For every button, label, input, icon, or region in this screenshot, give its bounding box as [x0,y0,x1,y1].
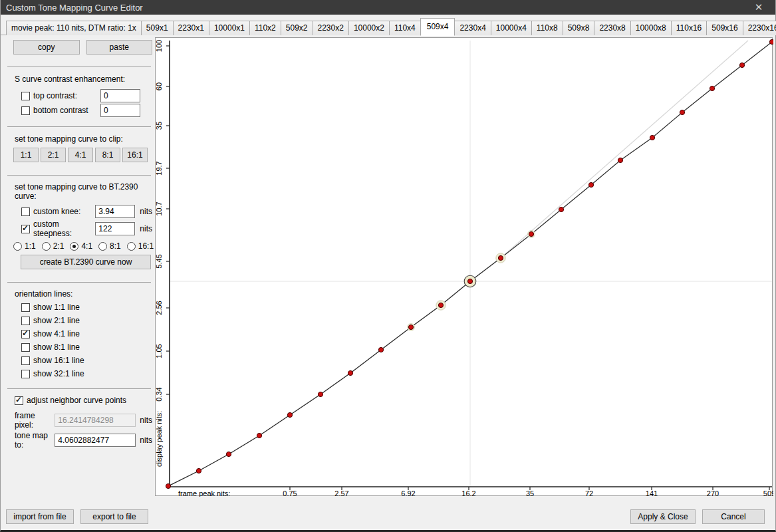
tab-2230x4[interactable]: 2230x4 [454,21,491,35]
import-from-file-button[interactable]: import from file [6,509,74,524]
clip-button-8:1[interactable]: 8:1 [95,148,120,162]
checkbox-show-2-1-line[interactable] [21,317,30,325]
tab-2230x1[interactable]: 2230x1 [173,21,209,35]
curve-point-18[interactable] [710,86,714,90]
checkbox-show-8-1-line[interactable] [21,343,30,352]
curve-point-12[interactable] [529,231,533,236]
close-icon[interactable]: ✕ [749,0,769,15]
checkbox-show-32-1-line[interactable] [21,370,30,378]
checkbox-label: show 4:1 line [33,329,80,338]
tab-2230x8[interactable]: 2230x8 [594,21,630,35]
y-tick-label: 5.45 [156,254,163,268]
bottom-contrast-label: bottom contrast [33,106,97,115]
tab-110x8[interactable]: 110x8 [531,21,563,35]
tab-110x2[interactable]: 110x2 [249,21,281,35]
copy-button[interactable]: copy [13,40,80,55]
tab-2230x2[interactable]: 2230x2 [313,21,349,35]
y-tick-label: 100 [156,40,163,52]
tab-509x16[interactable]: 509x16 [706,21,743,35]
bottom-contrast-input[interactable] [100,104,140,117]
curve-point-14[interactable] [588,182,593,187]
x-tick-label: 509 [763,489,773,497]
ratio-radio-1:1[interactable] [13,242,22,251]
bottom-contrast-checkbox[interactable] [21,106,30,115]
tone-map-input[interactable] [55,434,136,447]
y-tick-label: 35 [156,122,163,130]
tab-10000x2[interactable]: 10000x2 [348,21,390,35]
clip-button-4:1[interactable]: 4:1 [68,148,93,162]
ratio-label: 2:1 [53,241,65,251]
export-to-file-button[interactable]: export to file [80,509,148,524]
tab-2230x16[interactable]: 2230x16 [743,21,776,35]
title-bar[interactable]: Custom Tone Mapping Curve Editor ✕ [1,0,775,15]
curve-point-16[interactable] [650,135,654,140]
curve-point-17[interactable] [680,110,684,114]
curve-point-20[interactable] [769,39,773,44]
checkbox-label: show 2:1 line [33,316,80,325]
checkbox-show-1-1-line[interactable] [21,303,30,312]
checkbox-label: show 32:1 line [33,369,84,378]
tab-509x8[interactable]: 509x8 [563,21,595,35]
custom-knee-input[interactable] [95,205,135,218]
clip-button-2:1[interactable]: 2:1 [41,148,66,162]
curve-point-6[interactable] [348,370,352,375]
checkbox-show-4-1-line[interactable] [21,330,30,338]
curve-point-0[interactable] [166,483,170,488]
orientation-4to1-line [168,41,748,486]
checkbox-show-16-1-line[interactable] [21,356,30,365]
tab-110x16[interactable]: 110x16 [671,21,707,35]
custom-steepness-checkbox[interactable] [21,225,30,233]
tab-509x4[interactable]: 509x4 [420,18,455,36]
ratio-radio-8:1[interactable] [98,242,107,251]
curve-point-5[interactable] [318,392,323,396]
curve-point-13[interactable] [559,207,563,211]
ratio-radio-16:1[interactable] [127,242,136,251]
frame-pixel-input [55,414,136,427]
cancel-button[interactable]: Cancel [702,509,765,524]
tone-curve-chart[interactable]: 0.752.576.9216.235721412705090.341.052.5… [155,37,773,496]
top-contrast-input[interactable] [100,89,140,102]
separator [7,66,151,66]
curve-point-3[interactable] [257,433,261,438]
ratio-radio-4:1[interactable] [70,242,78,251]
curve-point-11[interactable] [498,255,503,260]
separator [7,282,151,283]
clip-button-16:1[interactable]: 16:1 [122,148,148,162]
y-tick-label: 1.05 [156,344,163,358]
y-tick-label: 10.7 [156,201,163,215]
ratio-label: 4:1 [81,241,92,251]
curve-point-10[interactable] [467,279,472,283]
paste-button[interactable]: paste [86,40,153,55]
clip-button-1:1[interactable]: 1:1 [13,148,39,162]
custom-steepness-unit: nits [140,224,152,233]
checkbox-label: show 16:1 line [33,356,84,365]
tab-509x2[interactable]: 509x2 [281,21,313,35]
dialog-window: Custom Tone Mapping Curve Editor ✕ movie… [0,0,776,532]
custom-knee-label: custom knee: [33,207,92,216]
chart-svg: 0.752.576.9216.235721412705090.341.052.5… [156,38,773,497]
custom-steepness-input[interactable] [95,222,135,235]
top-contrast-checkbox[interactable] [21,92,30,100]
tab-110x4[interactable]: 110x4 [389,21,421,35]
apply-close-button[interactable]: Apply & Close [630,509,696,524]
create-bt2390-button[interactable]: create BT.2390 curve now [21,255,151,269]
curve-point-8[interactable] [408,325,413,329]
curve-point-9[interactable] [438,303,443,307]
ratio-radio-2:1[interactable] [42,242,51,251]
custom-knee-checkbox[interactable] [21,207,30,216]
tab-10000x8[interactable]: 10000x8 [630,21,672,35]
tone-map-label: tone map to: [15,431,52,450]
tab-509x1[interactable]: 509x1 [141,21,174,35]
curve-point-19[interactable] [739,63,744,67]
tab-10000x1[interactable]: 10000x1 [209,21,250,35]
curve-point-1[interactable] [196,468,201,473]
curve-point-4[interactable] [287,412,292,417]
x-tick-label: 16.2 [461,489,475,497]
tab-movie-peak-info[interactable]: movie peak: 110 nits, DTM ratio: 1x [6,21,142,35]
curve-point-15[interactable] [618,158,622,162]
curve-point-2[interactable] [226,452,231,456]
tab-10000x4[interactable]: 10000x4 [491,21,532,35]
adjust-neighbor-checkbox[interactable] [15,396,23,405]
x-tick-label: 35 [526,489,534,497]
curve-point-7[interactable] [378,347,383,352]
